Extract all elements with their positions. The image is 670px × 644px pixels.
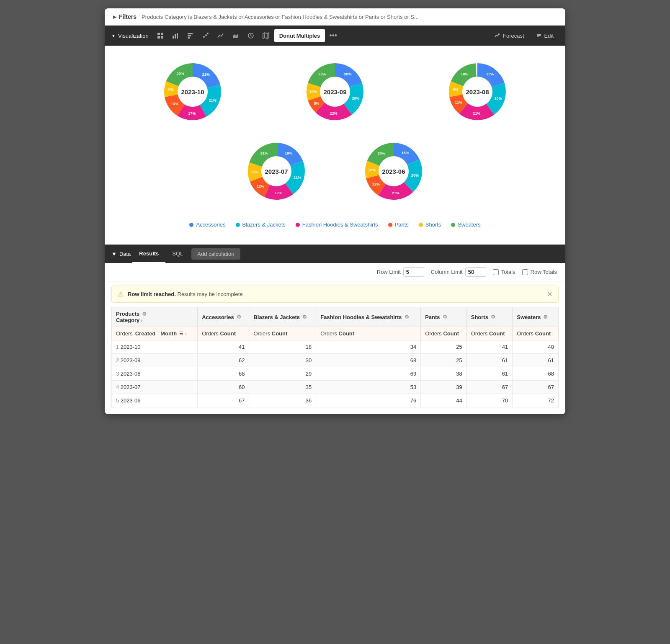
svg-text:20%: 20% [177,72,184,76]
legend-item-sweaters[interactable]: Sweaters [451,222,480,228]
svg-text:21%: 21% [209,98,216,103]
legend-item-fashion-hoodies-&-sweatshirts[interactable]: Fashion Hoodies & Sweatshirts [296,222,378,228]
data-section-label: ▼ Data [111,251,131,257]
svg-text:9%: 9% [168,88,174,92]
legend-dot [451,223,455,227]
gear-fashion-icon[interactable]: ⚙ [405,314,409,320]
gear-products-icon[interactable]: ⚙ [142,311,147,317]
cell-month: 1 2023-10 [112,340,198,354]
legend-item-shorts[interactable]: Shorts [419,222,441,228]
svg-rect-7 [188,33,193,34]
svg-text:18%: 18% [461,72,468,76]
svg-text:10%: 10% [309,90,317,94]
svg-text:21%: 21% [202,72,210,77]
main-container: ▶ Filters Products Category is Blazers &… [105,8,565,414]
legend-item-accessories[interactable]: Accessories [189,222,225,228]
viz-edit-label: Edit [544,33,554,39]
svg-text:12%: 12% [372,182,380,186]
cell-blazers: 30 [249,354,316,367]
data-label-text: Data [119,251,131,257]
cell-sweaters: 68 [513,367,559,381]
donut-2023-10: 21%21%17%13%9%20% 2023-10 [159,58,226,125]
viz-scatter-icon[interactable] [199,29,212,42]
gear-sweaters-icon[interactable]: ⚙ [543,314,548,320]
viz-clock-icon[interactable] [244,29,258,42]
gear-pants-icon[interactable]: ⚙ [443,314,447,320]
legend-dot [296,223,300,227]
table-body: 1 2023-10 41 18 34 25 41 40 2 2023-09 62… [112,340,559,407]
cell-pants: 25 [421,354,467,367]
legend-link[interactable]: Shorts [425,222,441,228]
viz-more-icon[interactable]: ••• [327,31,340,40]
table-row: 5 2023-06 67 36 76 44 70 72 [112,394,559,407]
data-arrow-icon: ▼ [111,251,117,257]
viz-toolbar: ▼ Visualization Donut Multiples ••• [105,26,565,46]
charts-grid-bottom: 19%21%17%12%11%21% 2023-07 18%20%21%12%1… [121,138,549,205]
totals-checkbox-label: Totals [493,269,515,275]
legend-item-pants[interactable]: Pants [388,222,409,228]
svg-text:20%: 20% [344,72,352,76]
add-calculation-btn[interactable]: Add calculation [191,248,240,260]
row-totals-checkbox-label: Row Totals [522,269,557,275]
legend-link[interactable]: Blazers & Jackets [242,222,286,228]
legend-link[interactable]: Fashion Hoodies & Sweatshirts [302,222,378,228]
legend-dot [419,223,423,227]
svg-text:20%: 20% [378,151,385,155]
viz-donut-multiples-btn[interactable]: Donut Multiples [274,29,325,42]
gear-accessories-icon[interactable]: ⚙ [237,314,241,320]
row-limit-input[interactable] [403,267,424,277]
legend-link[interactable]: Sweaters [458,222,480,228]
legend-link[interactable]: Pants [395,222,409,228]
cell-shorts: 70 [466,394,513,407]
th-products-category: Products ⚙ Category › [112,307,198,327]
col-limit-input[interactable] [465,267,486,277]
table-row: 4 2023-07 60 35 53 39 67 67 [112,381,559,394]
table-header-groups: Products ⚙ Category › Accessories ⚙ Blaz… [112,307,559,327]
viz-line-icon[interactable] [214,29,227,42]
cell-shorts: 61 [466,367,513,381]
cell-sweaters: 61 [513,354,559,367]
cell-accessories: 60 [198,381,249,394]
charts-area: 21%21%17%13%9%20% 2023-10 20%20%22%8%10%… [105,46,565,245]
legend-item-blazers-&-jackets[interactable]: Blazers & Jackets [236,222,286,228]
svg-text:17%: 17% [188,111,196,116]
th-month: Orders CreatedMonth ☰ ↓ [112,327,198,340]
viz-map-icon[interactable] [259,29,273,42]
cell-month: 2 2023-09 [112,354,198,367]
tab-sql[interactable]: SQL [165,245,190,263]
warning-close-icon[interactable]: ✕ [547,290,552,298]
svg-text:12%: 12% [257,184,264,188]
cell-pants: 38 [421,367,467,381]
viz-area-icon[interactable] [229,29,242,42]
warning-icon: ⚠ [118,290,124,298]
svg-text:20%: 20% [411,173,419,178]
donut-2023-06: 18%20%21%12%10%20% 2023-06 [360,138,427,205]
filters-toggle[interactable]: ▶ Filters [113,13,137,20]
svg-rect-5 [175,34,176,39]
svg-point-12 [207,33,209,34]
filters-text: Products Category is Blazers & Jackets o… [142,14,419,20]
cell-fashion: 76 [316,394,421,407]
viz-sorted-bar-icon[interactable] [184,29,197,42]
svg-text:11%: 11% [251,170,258,174]
svg-rect-0 [157,33,160,35]
viz-table-icon[interactable] [154,29,167,42]
filters-label: Filters [119,13,137,20]
viz-edit-btn[interactable]: Edit [531,30,559,41]
svg-text:21%: 21% [392,191,399,195]
cell-sweaters: 72 [513,394,559,407]
gear-blazers-icon[interactable]: ⚙ [302,314,307,320]
viz-bar-icon[interactable] [169,29,182,42]
tab-results[interactable]: Results [132,245,165,263]
cell-blazers: 29 [249,367,316,381]
svg-text:11%: 11% [455,100,462,105]
results-controls: Row Limit Column Limit Totals Row Totals [105,263,565,281]
row-totals-checkbox[interactable] [522,269,528,275]
results-table: Products ⚙ Category › Accessories ⚙ Blaz… [111,307,559,407]
legend-link[interactable]: Accessories [196,222,225,228]
legend-dot [388,223,392,227]
totals-checkbox[interactable] [493,269,499,275]
gear-shorts-icon[interactable]: ⚙ [491,314,495,320]
viz-forecast-btn[interactable]: Forecast [490,30,529,41]
warning-bar: ⚠ Row limit reached. Results may be inco… [111,286,559,303]
